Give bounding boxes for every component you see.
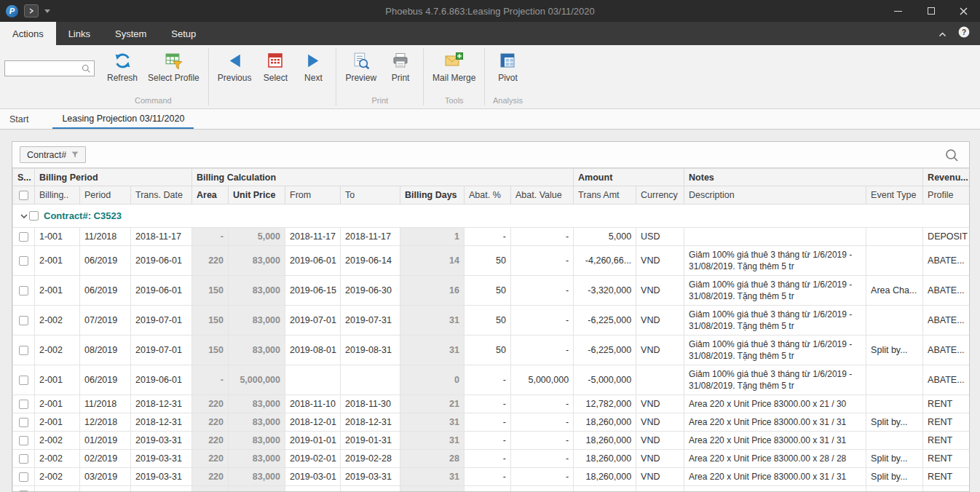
cell-abat_pct: 50 [465,275,511,305]
cell-to: 2019-03-31 [341,467,400,485]
row-checkbox[interactable] [19,256,28,266]
column-header-area[interactable]: Area [192,186,229,205]
cell-unit_price: 5,000,000 [229,365,285,394]
select-icon [266,50,284,71]
column-header-trans_date[interactable]: Trans. Date [131,186,192,205]
group-row[interactable]: Contract#: C3523 [13,205,971,228]
column-header-abat_value[interactable]: Abat. Value [511,186,574,205]
menu-actions[interactable]: Actions [0,22,56,45]
row-checkbox[interactable] [19,454,28,464]
column-group[interactable]: S... [13,169,35,186]
column-header-from[interactable]: From [285,186,341,205]
row-checkbox[interactable] [19,436,28,445]
cell-event_type [866,365,923,394]
column-header-description[interactable]: Description [684,186,866,205]
row-checkbox[interactable] [19,286,28,295]
table-row[interactable]: 2-00111/20182018-12-3122083,0002018-11-1… [13,394,971,413]
search-input[interactable] [9,63,82,74]
titlebar-dropdown-icon[interactable] [44,9,50,13]
table-row[interactable]: 2-00106/20192019-06-01-5,000,0000-5,000,… [13,365,971,394]
table-row[interactable]: 2-00106/20192019-06-0122083,0002019-06-0… [13,245,971,275]
cell-to [341,365,400,394]
menu-setup[interactable]: Setup [159,22,208,45]
column-header-select[interactable] [13,186,35,205]
print-button[interactable]: Print [382,47,419,95]
table-row[interactable]: 2-00106/20192019-06-0115083,0002019-06-1… [13,275,971,305]
help-icon[interactable]: ? [958,26,970,41]
content-area: Contract# S...Billing PeriodBilling Calc… [0,130,980,492]
column-header-unit_price[interactable]: Unit Price [229,186,285,205]
column-group[interactable]: Billing Period [35,169,192,186]
cell-to: 2019-06-30 [341,275,400,305]
column-header-billing_days[interactable]: Billing Days [400,186,465,205]
row-checkbox[interactable] [19,316,28,325]
button-label: Select [264,73,288,83]
cell-abat_value: - [511,245,574,275]
cell-event_type: Area Cha... [866,275,923,305]
cell-unit_price: 83,000 [229,485,285,492]
table-row[interactable]: 1-00111/20182018-11-17-5,0002018-11-1720… [13,227,971,245]
column-header-currency[interactable]: Currency [636,186,684,205]
column-group[interactable]: Notes [684,169,923,186]
select-button[interactable]: Select [256,47,294,96]
cell-currency: VND [636,413,684,431]
table-row[interactable]: 2-00112/20182018-12-3122083,0002018-12-0… [13,413,971,431]
row-checkbox[interactable] [19,376,28,385]
column-header-to[interactable]: To [341,186,400,205]
row-checkbox[interactable] [19,232,28,242]
table-row[interactable]: 2-00202/20192019-03-3122083,0002019-02-0… [13,449,971,467]
maximize-button[interactable] [914,0,947,22]
table-row[interactable]: 2-00304/20192019-06-3022083,0002019-04-0… [13,485,971,492]
group-row-checkbox[interactable] [29,211,39,221]
group-by-chip-contract[interactable]: Contract# [20,146,86,163]
table-row[interactable]: 2-00207/20192019-07-0115083,0002019-07-0… [13,305,971,335]
column-header-period[interactable]: Period [80,186,131,205]
cell-period: 08/2019 [80,335,131,365]
column-header-trans_amt[interactable]: Trans Amt [574,186,636,205]
column-header-billing[interactable]: Billing.. [35,186,80,205]
cell-abat_value: - [511,485,574,492]
preview-button[interactable]: Preview [340,47,382,95]
tab-start[interactable]: Start [0,109,38,129]
menu-links[interactable]: Links [56,22,103,45]
select-profile-button[interactable]: Select Profile [143,47,205,95]
row-checkbox[interactable] [19,346,28,355]
column-header-event_type[interactable]: Event Type [866,186,923,205]
next-button[interactable]: Next [294,47,332,96]
column-group[interactable]: Revenu... [923,169,970,186]
column-header-abat_pct[interactable]: Abat. % [465,186,511,205]
table-row[interactable]: 2-00203/20192019-03-3122083,0002019-03-0… [13,467,971,485]
table-row[interactable]: 2-00201/20192019-03-3122083,0002019-01-0… [13,431,971,449]
grid-search-icon[interactable] [945,148,959,162]
row-checkbox[interactable] [19,418,28,427]
cell-billing: 2-003 [35,485,80,492]
minimize-button[interactable] [882,0,914,22]
cell-area: 150 [192,335,229,365]
cell-trans_date: 2018-11-17 [131,227,192,245]
mail-merge-icon [444,50,464,71]
refresh-button[interactable]: Refresh [102,47,143,95]
previous-button[interactable]: Previous [213,47,257,96]
row-checkbox[interactable] [19,472,28,482]
collapse-group-icon[interactable] [20,214,28,218]
tab-leasing-projection[interactable]: Leasing Projection 03/11/2020 [52,109,194,129]
pivot-button[interactable]: Pivot [489,47,526,95]
column-header-profile[interactable]: Profile [923,186,970,205]
close-button[interactable] [947,0,980,22]
row-checkbox[interactable] [19,400,28,409]
menu-system[interactable]: System [103,22,159,45]
collapse-ribbon-icon[interactable] [938,27,947,40]
group-by-chip-label: Contract# [27,150,66,160]
cell-description: Area 220 x Unit Price 83000.00 x 30 / 30 [684,485,866,492]
cell-unit_price: 83,000 [229,335,285,365]
column-group[interactable]: Amount [574,169,684,186]
quick-launch-icon[interactable] [24,4,39,17]
cell-trans_amt: 5,000 [574,227,636,245]
cell-profile: ABATE... [923,305,970,335]
select-all-checkbox[interactable] [19,191,28,200]
column-group[interactable]: Billing Calculation [192,169,574,186]
cell-from: 2019-06-15 [285,275,341,305]
table-row[interactable]: 2-00208/20192019-07-0115083,0002019-08-0… [13,335,971,365]
app-window: P Phoebus 4.7.6.863:Leasing Projection 0… [0,0,980,492]
mail-merge-button[interactable]: Mail Merge [427,47,481,95]
